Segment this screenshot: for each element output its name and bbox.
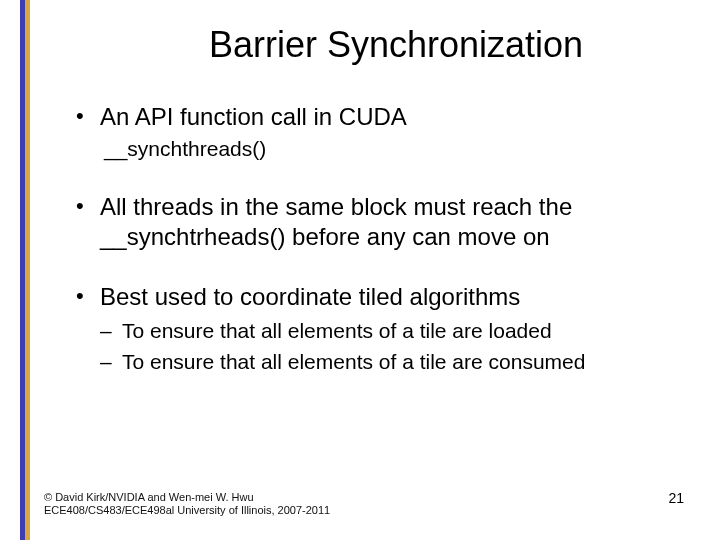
bullet-item: Best used to coordinate tiled algorithms…: [72, 282, 680, 375]
bullet-text: Best used to coordinate tiled algorithms: [100, 283, 520, 310]
dash-list: To ensure that all elements of a tile ar…: [100, 318, 680, 375]
bullet-item: An API function call in CUDA __synchthre…: [72, 102, 680, 162]
dash-item: To ensure that all elements of a tile ar…: [100, 318, 680, 344]
bullet-text: An API function call in CUDA: [100, 103, 407, 130]
footer-line-2: ECE408/CS483/ECE498al University of Illi…: [44, 504, 330, 518]
page-number: 21: [668, 490, 684, 506]
bullet-item: All threads in the same block must reach…: [72, 192, 680, 252]
slide-title: Barrier Synchronization: [112, 24, 680, 66]
bullet-list: An API function call in CUDA __synchthre…: [72, 102, 680, 375]
dash-item: To ensure that all elements of a tile ar…: [100, 349, 680, 375]
bullet-text: All threads in the same block must reach…: [100, 193, 572, 250]
footer: © David Kirk/NVIDIA and Wen-mei W. Hwu E…: [44, 491, 330, 519]
footer-line-1: © David Kirk/NVIDIA and Wen-mei W. Hwu: [44, 491, 330, 505]
slide-content: Barrier Synchronization An API function …: [0, 0, 720, 540]
bullet-sub-plain: __synchthreads(): [100, 136, 680, 162]
